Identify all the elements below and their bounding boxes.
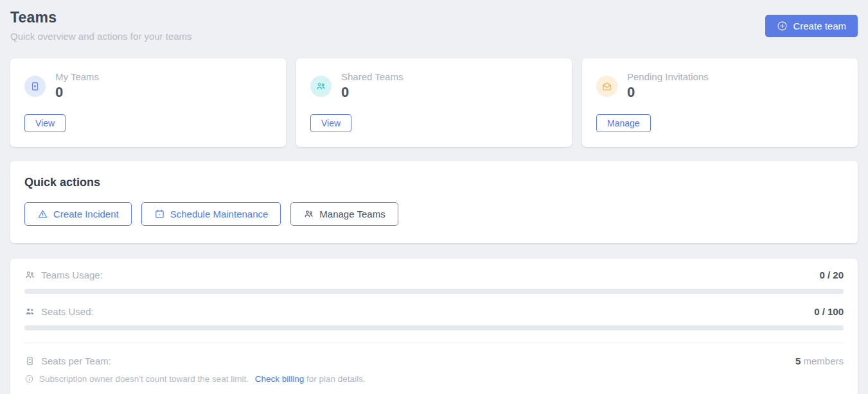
stat-value: 0 — [55, 84, 99, 101]
seats-used-row: Seats Used: 0 / 100 — [24, 306, 844, 317]
users-group-icon — [310, 76, 332, 97]
teams-page: Teams Quick overview and actions for you… — [0, 0, 868, 394]
note-main-text: Subscription owner doesn't count toward … — [39, 374, 249, 384]
teams-usage-progressbar — [24, 289, 844, 294]
stat-label: Pending Invitations — [627, 71, 709, 82]
quick-actions-panel: Quick actions Create Incident Schedule M… — [10, 161, 858, 243]
seats-used-progressbar — [24, 325, 844, 330]
page-header: Teams Quick overview and actions for you… — [10, 9, 858, 42]
address-book-icon — [24, 76, 46, 97]
usage-panel: Teams Usage: 0 / 20 Seats Used: 0 / 100 — [10, 259, 858, 394]
users-outline-icon — [24, 270, 35, 280]
quick-actions-buttons: Create Incident Schedule Maintenance Man… — [24, 202, 844, 226]
seat-limit-note: Subscription owner doesn't count toward … — [24, 374, 844, 384]
seats-per-team-number: 5 — [795, 355, 801, 366]
users-group-icon — [303, 209, 314, 219]
teams-usage-row: Teams Usage: 0 / 20 — [24, 270, 844, 280]
shared-teams-card: Shared Teams 0 View — [296, 58, 572, 147]
note-text: Subscription owner doesn't count toward … — [39, 374, 366, 384]
stat-head: Pending Invitations 0 — [596, 71, 844, 101]
create-team-button[interactable]: Create team — [765, 15, 858, 37]
users-filled-icon — [24, 306, 35, 317]
check-billing-link[interactable]: Check billing — [255, 374, 305, 384]
schedule-maintenance-button[interactable]: Schedule Maintenance — [141, 202, 281, 226]
stat-value: 0 — [341, 84, 403, 101]
teams-usage-label: Teams Usage: — [41, 270, 103, 280]
seats-per-team-value: 5 members — [795, 355, 844, 366]
stat-head: My Teams 0 — [24, 71, 272, 101]
pending-invitations-card: Pending Invitations 0 Manage — [582, 58, 858, 147]
stat-head: Shared Teams 0 — [310, 71, 558, 101]
seats-per-team-suffix: members — [803, 355, 844, 366]
stat-cards-row: My Teams 0 View Shared Teams 0 View — [10, 58, 858, 147]
seats-per-team-label: Seats per Team: — [41, 355, 111, 366]
view-my-teams-button[interactable]: View — [24, 114, 66, 132]
header-text: Teams Quick overview and actions for you… — [10, 9, 192, 42]
create-incident-button[interactable]: Create Incident — [24, 202, 132, 226]
stat-texts: My Teams 0 — [55, 71, 99, 101]
id-badge-icon — [24, 355, 35, 366]
stat-texts: Shared Teams 0 — [341, 71, 403, 101]
calendar-icon — [154, 209, 165, 219]
teams-usage-value: 0 / 20 — [819, 270, 844, 280]
page-title: Teams — [10, 9, 192, 26]
stat-label: Shared Teams — [341, 71, 403, 82]
quick-actions-title: Quick actions — [24, 176, 844, 189]
schedule-maintenance-label: Schedule Maintenance — [170, 209, 269, 219]
usage-divider — [24, 343, 844, 343]
view-shared-teams-button[interactable]: View — [310, 114, 351, 132]
create-team-label: Create team — [793, 21, 846, 31]
manage-teams-button[interactable]: Manage Teams — [290, 202, 398, 226]
stat-value: 0 — [627, 84, 709, 101]
teams-usage-label-group: Teams Usage: — [24, 270, 103, 280]
seats-per-team-row: Seats per Team: 5 members — [24, 355, 844, 366]
page-subtitle: Quick overview and actions for your team… — [10, 31, 192, 42]
plus-circle-icon — [777, 21, 788, 31]
stat-texts: Pending Invitations 0 — [627, 71, 709, 101]
manage-teams-label: Manage Teams — [319, 209, 385, 219]
seats-used-value: 0 / 100 — [814, 306, 844, 317]
stat-label: My Teams — [55, 71, 99, 82]
my-teams-card: My Teams 0 View — [10, 58, 286, 147]
manage-invitations-button[interactable]: Manage — [596, 114, 651, 132]
note-suffix-text: for plan details. — [306, 374, 366, 384]
seats-used-label-group: Seats Used: — [24, 306, 94, 317]
seats-used-label: Seats Used: — [41, 306, 94, 317]
envelope-open-icon — [596, 76, 617, 97]
info-circle-icon — [24, 374, 34, 384]
create-incident-label: Create Incident — [53, 209, 119, 219]
warning-triangle-icon — [37, 209, 48, 219]
seats-per-team-label-group: Seats per Team: — [24, 355, 111, 366]
